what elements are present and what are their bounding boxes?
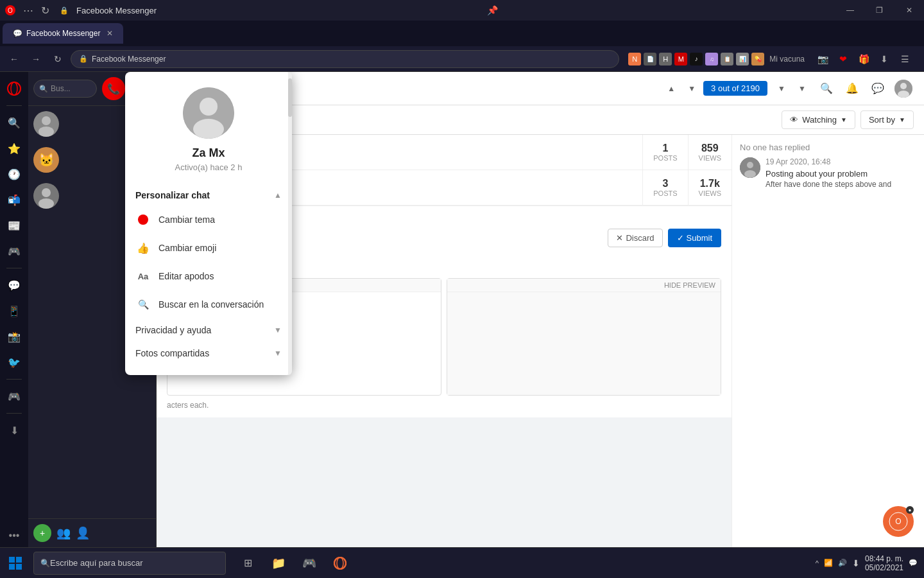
titlebar-title: Facebook Messenger: [76, 6, 157, 15]
bottom-right-btn[interactable]: O ●: [883, 506, 914, 537]
favicon-opera[interactable]: M: [674, 53, 687, 66]
notify-icon[interactable]: 🔔: [842, 78, 862, 99]
posts-value-2: 3: [662, 178, 668, 189]
restore-btn[interactable]: ❐: [865, 0, 894, 21]
sidebar-icon-instagram[interactable]: 📸: [3, 325, 26, 348]
fotos-section[interactable]: Fotos compartidas ▼: [125, 342, 292, 365]
emoji-icon: 👍: [135, 240, 151, 256]
watching-btn[interactable]: 👁 Watching ▼: [782, 110, 855, 129]
opera-sidebar: 🔍 ⭐ 🕐 📬 📰 🎮 💬 📱 📸 🐦 🎮 ⬇ •••: [0, 72, 28, 547]
sidebar-icon-opera[interactable]: [3, 77, 26, 100]
gift-icon[interactable]: 🎁: [855, 50, 873, 68]
call-button[interactable]: 📞: [102, 77, 125, 100]
privacidad-title: Privacidad y ayuda: [135, 325, 211, 335]
group-icon[interactable]: 👥: [56, 526, 71, 540]
favicon-tiktok[interactable]: ♪: [690, 53, 703, 66]
topic-stat-views-2: 1.7k VIEWS: [688, 170, 732, 205]
favicon-docs[interactable]: 📋: [721, 53, 733, 66]
taskbar-search-placeholder: Escribe aquí para buscar: [50, 558, 143, 568]
cambiar-emoji[interactable]: 👍 Cambiar emoji: [125, 234, 292, 262]
favicon-stats[interactable]: 📊: [736, 53, 749, 66]
sidebar-icon-messenger[interactable]: 💬: [3, 274, 26, 297]
pin-icon[interactable]: 📌: [487, 5, 506, 15]
add-chat-btn[interactable]: +: [33, 524, 51, 542]
sidebar-icon-history[interactable]: 🕐: [3, 162, 26, 186]
close-btn[interactable]: ✕: [894, 0, 924, 21]
sidebar-icon-twitter[interactable]: 🐦: [3, 351, 26, 374]
taskbar-steam[interactable]: 🎮: [295, 549, 323, 577]
popup-status: Activo(a) hace 2 h: [175, 162, 243, 172]
expand-btn[interactable]: ▼: [773, 80, 791, 98]
titlebar: O ⋯ ↻ 🔒 Facebook Messenger 📌 — ❐ ✕: [0, 0, 924, 21]
favicon-newtab[interactable]: N: [628, 53, 641, 66]
tema-label: Cambiar tema: [158, 215, 215, 225]
favicon-h[interactable]: H: [659, 53, 672, 66]
prev-page-btn[interactable]: ▲: [662, 80, 680, 98]
sidebar-icon-discord[interactable]: 🎮: [3, 385, 26, 408]
search-forum-icon[interactable]: 🔍: [816, 78, 837, 99]
heart-icon[interactable]: ❤: [834, 50, 852, 68]
browser-toolbar: ← → ↻ 🔒 Facebook Messenger N 📄 H M ♪ ♫ 📋…: [0, 46, 924, 72]
personalizar-title: Personalizar chat: [135, 190, 210, 200]
start-button[interactable]: [0, 548, 31, 579]
url-bar[interactable]: 🔒 Facebook Messenger: [71, 50, 619, 68]
submit-btn[interactable]: ✓ Submit: [668, 229, 721, 247]
taskbar-multitasking[interactable]: ⊞: [234, 549, 262, 577]
posts-label-1: POSTS: [653, 154, 677, 162]
favicon-music[interactable]: ♫: [705, 53, 718, 66]
back-btn[interactable]: ←: [5, 50, 23, 68]
dots-menu[interactable]: ⋯: [23, 4, 33, 17]
cambiar-tema[interactable]: Cambiar tema: [125, 206, 292, 234]
fotos-title: Fotos compartidas: [135, 348, 209, 358]
personalizar-section-header[interactable]: Personalizar chat ▲: [125, 185, 292, 206]
sidebar-icon-download[interactable]: ⬇: [3, 419, 26, 442]
minimize-btn[interactable]: —: [835, 0, 865, 21]
discard-btn[interactable]: ✕ Discard: [608, 229, 662, 247]
taskbar-search[interactable]: 🔍 Escribe aquí para buscar: [33, 552, 226, 575]
favicon-recargas[interactable]: 📄: [644, 53, 656, 66]
messenger-search[interactable]: 🔍 Bus...: [33, 80, 97, 98]
date-text: 05/02/2021: [865, 563, 903, 572]
more-btn[interactable]: ▼: [793, 80, 811, 98]
svg-point-8: [42, 188, 51, 197]
taskbar-explorer[interactable]: 📁: [264, 549, 293, 577]
buscar-label: Buscar en la conversación: [158, 299, 264, 310]
sidebar-icon-more[interactable]: •••: [3, 524, 26, 547]
buscar-conversacion[interactable]: 🔍 Buscar en la conversación: [125, 290, 292, 319]
apodos-icon: Aa: [135, 268, 151, 284]
next-page-btn[interactable]: ▼: [683, 80, 701, 98]
forum-pagination: ▲ ▼ 3 out of 2190 ▼ ▼: [662, 80, 811, 98]
editar-apodos[interactable]: Aa Editar apodos: [125, 262, 292, 290]
sidebar-icon-news[interactable]: 📰: [3, 214, 26, 237]
sidebar-divider-4: [6, 413, 22, 414]
submit-icon: ✓: [677, 233, 684, 243]
forward-btn[interactable]: →: [27, 50, 45, 68]
person-icon[interactable]: 👤: [76, 526, 90, 540]
notification-panel[interactable]: 💬: [909, 559, 918, 567]
sidebar-icon-mail[interactable]: 📬: [3, 188, 26, 211]
sidebar-icon-games[interactable]: 🎮: [3, 240, 26, 263]
download-icon[interactable]: ⬇: [875, 50, 893, 68]
sort-label: Sort by: [869, 115, 895, 125]
watching-label: Watching: [802, 115, 837, 125]
sidebar-icon-whatsapp[interactable]: 📱: [3, 299, 26, 322]
fotos-chevron: ▼: [274, 349, 282, 358]
camera-icon[interactable]: 📷: [814, 50, 832, 68]
sidebar-icon-search[interactable]: 🔍: [3, 111, 26, 134]
favicon-vacuna[interactable]: 💊: [751, 53, 764, 66]
refresh-btn[interactable]: ↻: [49, 50, 67, 68]
privacidad-section[interactable]: Privacidad y ayuda ▼: [125, 319, 292, 342]
refresh-btn[interactable]: ↻: [41, 4, 49, 17]
reply-content: 19 Apr 2020, 16:48 Posting about your pr…: [766, 157, 916, 189]
taskbar-opera[interactable]: [326, 549, 354, 577]
sidebar-icon-bookmarks[interactable]: ⭐: [3, 137, 26, 160]
preview-label[interactable]: HIDE PREVIEW: [664, 281, 715, 289]
sort-btn[interactable]: Sort by ▼: [860, 110, 914, 129]
tab-messenger[interactable]: 💬 Facebook Messenger ✕: [3, 23, 123, 44]
chat-icon[interactable]: 💬: [868, 78, 888, 99]
user-avatar[interactable]: [893, 78, 914, 99]
reply-avatar: [740, 157, 760, 178]
views-value-1: 859: [701, 143, 719, 154]
chevron-icon[interactable]: ^: [816, 559, 819, 567]
menu-icon[interactable]: ☰: [896, 50, 914, 68]
